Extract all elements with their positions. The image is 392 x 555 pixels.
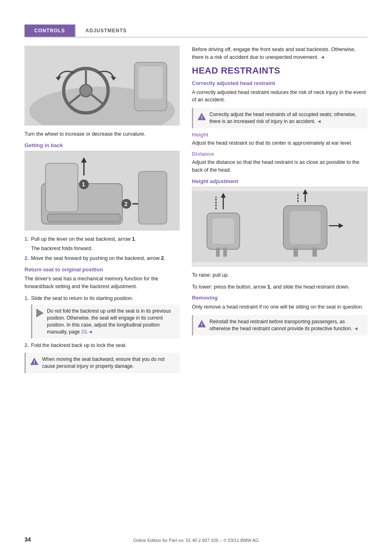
warning-box-reinstall: ! Reinstall the head restraint before tr… bbox=[192, 315, 368, 336]
warning-svg-3: ! bbox=[197, 319, 206, 328]
warning-box-correctly-adjust: ! Correctly adjust the head restraints o… bbox=[192, 108, 368, 128]
seat-svg: 1 2 bbox=[25, 151, 179, 230]
back-arrow-2: ◄ bbox=[317, 119, 322, 124]
removing-heading: Removing bbox=[192, 295, 368, 301]
main-content: Turn the wheel to increase or decrease t… bbox=[24, 46, 368, 376]
raise-text: To raise: pull up. bbox=[192, 271, 368, 279]
svg-rect-35 bbox=[312, 248, 317, 257]
warning-correctly-adjust-text: Correctly adjust the head restraints of … bbox=[209, 111, 363, 125]
step-1-number: 1. bbox=[24, 235, 29, 243]
step-1-note: The backrest folds forward. bbox=[31, 245, 180, 253]
svg-text:1: 1 bbox=[82, 181, 85, 188]
seat-image-container: 1 2 bbox=[24, 151, 180, 231]
back-arrow-note: ◄ bbox=[88, 329, 93, 335]
back-arrow-3: ◄ bbox=[354, 326, 359, 331]
svg-rect-33 bbox=[290, 211, 321, 244]
svg-point-3 bbox=[80, 85, 92, 97]
info-triangle-icon bbox=[36, 309, 44, 318]
warning-triangle-icon-3: ! bbox=[197, 319, 206, 328]
step-2-return: 2. Fold the backrest back up to lock the… bbox=[24, 342, 180, 349]
step-2-return-number: 2. bbox=[24, 342, 29, 349]
page-container: CONTROLS ADJUSTMENTS bbox=[0, 0, 392, 555]
steering-image-container bbox=[24, 46, 180, 125]
distance-heading: Distance bbox=[192, 151, 368, 157]
warning-triangle-icon-2: ! bbox=[197, 112, 206, 121]
lower-text: To lower: press the button, arrow 1, and… bbox=[192, 283, 368, 291]
height-text: Adjust the head restraint so that its ce… bbox=[192, 139, 368, 147]
svg-rect-10 bbox=[138, 66, 163, 98]
warning-reinstall-text: Reinstall the head restraint before tran… bbox=[209, 318, 363, 332]
step-1-return-number: 1. bbox=[24, 295, 29, 302]
return-seat-text: The driver's seat has a mechanical memor… bbox=[24, 275, 180, 291]
note-box-fold: Do not fold the backrest up until the se… bbox=[31, 304, 180, 338]
before-driving-text: Before driving off, engage the front sea… bbox=[192, 46, 368, 61]
height-heading: Height bbox=[192, 132, 368, 138]
note-fold-text: Do not fold the backrest up until the se… bbox=[47, 308, 176, 335]
right-column: Before driving off, engage the front sea… bbox=[192, 46, 368, 376]
svg-text:!: ! bbox=[33, 360, 35, 365]
page-ref-33[interactable]: 33 bbox=[81, 329, 87, 335]
left-column: Turn the wheel to increase or decrease t… bbox=[24, 46, 180, 376]
turn-wheel-text: Turn the wheel to increase or decrease t… bbox=[24, 130, 180, 138]
step-1-text: Pull up the lever on the seat backrest, … bbox=[31, 236, 136, 242]
step-2-text: Move the seat forward by pushing on the … bbox=[31, 255, 165, 261]
before-driving-main: Before driving off, engage the front sea… bbox=[192, 47, 356, 60]
correctly-adjusted-text: A correctly adjusted head restraint redu… bbox=[192, 89, 368, 104]
tab-adjustments[interactable]: ADJUSTMENTS bbox=[76, 25, 136, 37]
height-adjustment-heading: Height adjustment bbox=[192, 178, 368, 184]
warning-moving-seat-text: When moving the seat backward, ensure th… bbox=[42, 356, 176, 370]
svg-text:!: ! bbox=[201, 322, 203, 328]
warning-triangle-icon: ! bbox=[30, 357, 39, 366]
svg-text:!: ! bbox=[201, 115, 203, 121]
step-2-number: 2. bbox=[24, 255, 29, 262]
tab-controls[interactable]: CONTROLS bbox=[24, 25, 75, 37]
head-restraints-heading: HEAD RESTRAINTS bbox=[192, 65, 368, 76]
correctly-adjusted-heading: Correctly adjusted head restraint bbox=[192, 80, 368, 86]
svg-rect-17 bbox=[47, 214, 120, 222]
warning-svg: ! bbox=[30, 357, 39, 366]
headrest-image-container bbox=[192, 187, 368, 266]
steering-image bbox=[24, 46, 180, 125]
svg-rect-13 bbox=[45, 163, 78, 212]
warning-box-moving-seat: ! When moving the seat backward, ensure … bbox=[24, 353, 180, 373]
steering-svg bbox=[25, 46, 179, 125]
seat-image: 1 2 bbox=[24, 151, 180, 231]
step-2-getting-in: 2. Move the seat forward by pushing on t… bbox=[24, 255, 180, 262]
back-arrow-1: ◄ bbox=[320, 54, 325, 60]
svg-rect-29 bbox=[216, 248, 220, 257]
svg-rect-28 bbox=[212, 218, 234, 244]
page-footer: Online Edition for Part no. 01 40 2 607 … bbox=[0, 538, 392, 543]
step-1-getting-in: 1. Pull up the lever on the seat backres… bbox=[24, 235, 180, 253]
svg-rect-30 bbox=[223, 248, 227, 257]
distance-text: Adjust the distance so that the head res… bbox=[192, 159, 368, 174]
return-seat-heading: Return seat to original position bbox=[24, 266, 180, 273]
tab-navigation: CONTROLS ADJUSTMENTS bbox=[24, 25, 368, 38]
steps-getting-in-list: 1. Pull up the lever on the seat backres… bbox=[24, 235, 180, 262]
warning-svg-2: ! bbox=[197, 112, 206, 121]
step-1-return-text: Slide the seat to return to its starting… bbox=[31, 295, 133, 301]
removing-text: Only remove a head restraint if no one w… bbox=[192, 303, 368, 311]
step-1-return: 1. Slide the seat to return to its start… bbox=[24, 295, 180, 339]
lower-bold: 1 bbox=[267, 284, 270, 290]
headrest-image bbox=[192, 187, 368, 266]
getting-in-back-heading: Getting in back bbox=[24, 142, 180, 148]
steps-return-list: 1. Slide the seat to return to its start… bbox=[24, 295, 180, 350]
svg-text:2: 2 bbox=[124, 200, 127, 207]
step-2-return-text: Fold the backrest back up to lock the se… bbox=[31, 342, 127, 348]
svg-rect-21 bbox=[138, 171, 167, 224]
headrest-svg bbox=[192, 187, 367, 266]
svg-rect-34 bbox=[294, 248, 298, 257]
